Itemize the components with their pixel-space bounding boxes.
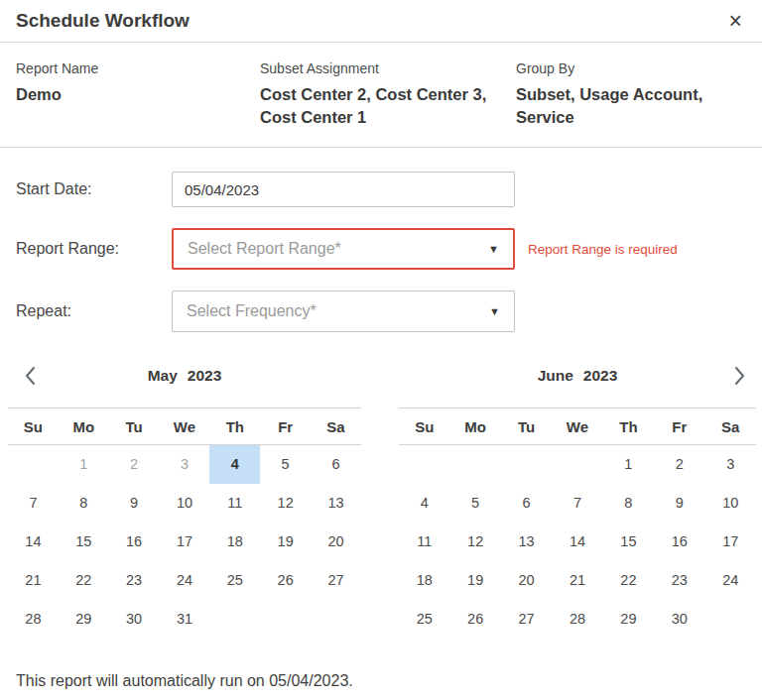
weekday-label: Th xyxy=(209,408,260,445)
repeat-dropdown[interactable]: Select Frequency* ▼ xyxy=(172,291,515,332)
calendar-day[interactable]: 22 xyxy=(59,561,109,600)
calendar-day[interactable]: 5 xyxy=(449,484,500,523)
repeat-placeholder: Select Frequency* xyxy=(187,302,317,320)
calendar-day[interactable]: 15 xyxy=(59,523,109,561)
calendar-day[interactable]: 7 xyxy=(552,484,602,523)
calendar-day[interactable]: 1 xyxy=(603,445,654,484)
calendar-day[interactable]: 8 xyxy=(603,484,654,523)
calendar-day[interactable]: 11 xyxy=(399,523,449,561)
calendar-day: 2 xyxy=(109,445,160,484)
calendar-prev-button[interactable] xyxy=(16,361,46,391)
calendar-day[interactable]: 17 xyxy=(705,523,756,561)
calendar-day[interactable]: 18 xyxy=(399,561,449,600)
calendar-day[interactable]: 3 xyxy=(705,445,756,484)
calendar-day-empty xyxy=(449,445,500,484)
report-range-dropdown[interactable]: Select Report Range* ▼ xyxy=(172,228,515,270)
calendar-day[interactable]: 23 xyxy=(654,561,704,600)
calendar-month: June xyxy=(538,367,573,385)
calendar-day[interactable]: 9 xyxy=(654,484,704,523)
weekday-label: Sa xyxy=(705,408,756,445)
start-date-label: Start Date: xyxy=(16,180,172,198)
calendar-day[interactable]: 29 xyxy=(603,600,654,639)
calendar-day[interactable]: 23 xyxy=(109,561,160,600)
calendar-day[interactable]: 12 xyxy=(449,523,500,561)
calendar-day[interactable]: 20 xyxy=(501,561,552,600)
calendar-day[interactable]: 12 xyxy=(260,484,311,523)
calendar-day[interactable]: 21 xyxy=(8,561,59,600)
start-date-input[interactable] xyxy=(172,172,515,207)
calendar-day[interactable]: 6 xyxy=(311,445,361,484)
calendar-day-empty xyxy=(8,445,59,484)
calendar-day[interactable]: 10 xyxy=(160,484,210,523)
calendar-day[interactable]: 14 xyxy=(8,523,59,561)
calendar-header: June 2023 xyxy=(399,358,756,394)
calendar-day[interactable]: 5 xyxy=(260,445,311,484)
weekday-label: Su xyxy=(399,408,449,445)
calendar-day[interactable]: 18 xyxy=(209,523,260,561)
close-button[interactable]: × xyxy=(729,10,742,33)
calendar-day[interactable]: 9 xyxy=(109,484,160,523)
start-date-row: Start Date: xyxy=(16,172,746,207)
calendar-day[interactable]: 4 xyxy=(209,445,260,484)
calendar-day-empty xyxy=(552,445,602,484)
calendar-day[interactable]: 19 xyxy=(260,523,311,561)
calendar-day[interactable]: 25 xyxy=(209,561,260,600)
calendar-day[interactable]: 21 xyxy=(552,561,602,600)
calendar-grid: SuMoTuWeThFrSa12345678910111213141516171… xyxy=(8,408,361,639)
schedule-form: Start Date: Report Range: Select Report … xyxy=(0,148,762,332)
calendar-day: 3 xyxy=(160,445,210,484)
calendar-next-button[interactable] xyxy=(724,361,754,391)
chevron-right-icon xyxy=(729,365,749,387)
calendar-day[interactable]: 31 xyxy=(160,600,210,639)
calendar-day[interactable]: 13 xyxy=(501,523,552,561)
calendar-day[interactable]: 20 xyxy=(311,523,361,561)
date-picker: May 2023 SuMoTuWeThFrSa12345678910111213… xyxy=(0,332,762,639)
calendar-day[interactable]: 4 xyxy=(399,484,449,523)
calendar-day[interactable]: 26 xyxy=(449,600,500,639)
weekday-label: Mo xyxy=(449,408,500,445)
calendar-day[interactable]: 30 xyxy=(654,600,704,639)
calendar-day[interactable]: 29 xyxy=(59,600,109,639)
weekday-label: Su xyxy=(8,408,59,445)
calendar-day[interactable]: 10 xyxy=(705,484,756,523)
calendar-day: 1 xyxy=(59,445,109,484)
calendar-day[interactable]: 16 xyxy=(109,523,160,561)
calendar-day[interactable]: 13 xyxy=(311,484,361,523)
calendar-day[interactable]: 8 xyxy=(59,484,109,523)
calendar-day[interactable]: 28 xyxy=(552,600,602,639)
summary-value: Demo xyxy=(16,83,260,106)
calendar-day[interactable]: 25 xyxy=(399,600,449,639)
calendar-day[interactable]: 27 xyxy=(501,600,552,639)
calendar-title: June 2023 xyxy=(538,367,618,385)
weekday-label: Fr xyxy=(260,408,311,445)
calendar-day[interactable]: 30 xyxy=(109,600,160,639)
weekday-label: Sa xyxy=(311,408,361,445)
calendar-day-empty xyxy=(705,600,756,639)
report-range-placeholder: Select Report Range* xyxy=(188,240,341,258)
dialog-title: Schedule Workflow xyxy=(16,10,190,32)
summary-subset-assignment: Subset Assignment Cost Center 2, Cost Ce… xyxy=(260,60,516,129)
calendar-day[interactable]: 7 xyxy=(8,484,59,523)
calendar-day[interactable]: 22 xyxy=(603,561,654,600)
calendar-day-empty xyxy=(209,600,260,639)
calendar-day[interactable]: 11 xyxy=(209,484,260,523)
summary-report-name: Report Name Demo xyxy=(16,60,260,129)
calendar-day[interactable]: 28 xyxy=(8,600,59,639)
summary-group-by: Group By Subset, Usage Account, Service xyxy=(516,60,746,129)
auto-run-note: This report will automatically run on 05… xyxy=(0,639,762,690)
calendar-day[interactable]: 15 xyxy=(603,523,654,561)
calendar-day[interactable]: 26 xyxy=(260,561,311,600)
calendar-day[interactable]: 19 xyxy=(449,561,500,600)
chevron-left-icon xyxy=(21,365,41,387)
calendar-day[interactable]: 17 xyxy=(160,523,210,561)
calendar-day[interactable]: 27 xyxy=(311,561,361,600)
calendar-day[interactable]: 24 xyxy=(160,561,210,600)
calendar-day[interactable]: 16 xyxy=(654,523,704,561)
summary-label: Group By xyxy=(516,60,746,76)
calendar-grid-container: SuMoTuWeThFrSa12345678910111213141516171… xyxy=(8,408,361,639)
calendar-day[interactable]: 2 xyxy=(654,445,704,484)
report-range-error: Report Range is required xyxy=(528,242,678,257)
calendar-day[interactable]: 14 xyxy=(552,523,602,561)
calendar-day[interactable]: 24 xyxy=(705,561,756,600)
calendar-day[interactable]: 6 xyxy=(501,484,552,523)
